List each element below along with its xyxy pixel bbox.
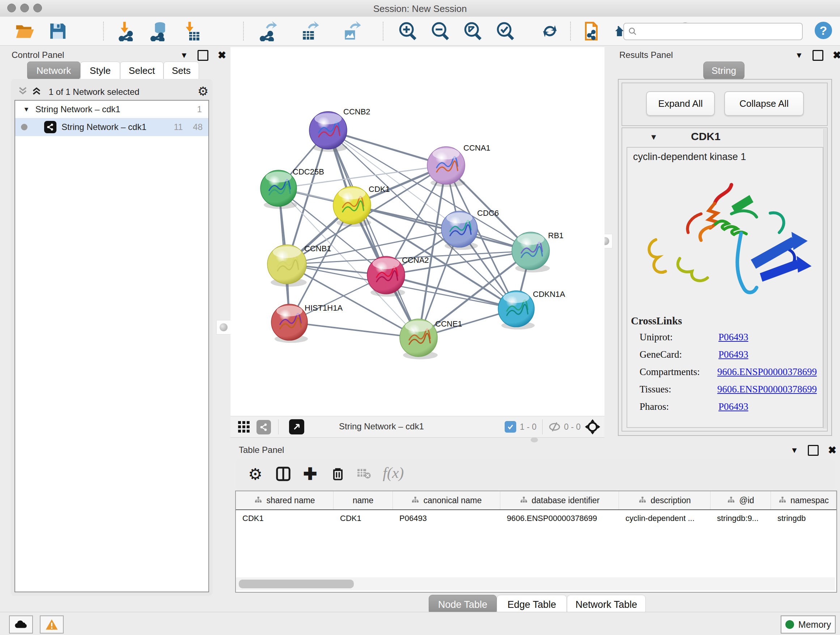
zoom-fit-button[interactable] <box>462 21 483 41</box>
results-scrollbar[interactable] <box>823 129 827 429</box>
zoom-in-button[interactable] <box>397 21 417 41</box>
collapse-panel-icon[interactable]: ▼ <box>180 51 188 60</box>
search-input[interactable] <box>641 27 802 36</box>
close-panel-icon[interactable]: ✖ <box>828 444 836 456</box>
open-view-in-window-icon[interactable] <box>289 419 304 434</box>
table-cell[interactable]: P06493 <box>393 510 500 527</box>
crosslink-link[interactable]: P06493 <box>718 332 748 343</box>
export-image-button[interactable] <box>341 21 362 41</box>
crosslink-link[interactable]: P06493 <box>718 401 748 412</box>
zoom-selected-button[interactable] <box>495 21 515 41</box>
delete-column-trash-icon[interactable] <box>330 466 346 481</box>
birds-eye-view-icon[interactable] <box>237 420 251 434</box>
tab-string[interactable]: String <box>703 62 745 80</box>
column-header--id[interactable]: @id <box>711 491 771 509</box>
table-settings-gear-icon[interactable]: ⚙ <box>248 465 262 483</box>
network-node-hist1h1a[interactable] <box>271 304 308 343</box>
table-header-row: shared namenamecanonical namedatabase id… <box>236 491 836 510</box>
help-button[interactable]: ? <box>815 22 832 39</box>
scrollbar-thumb[interactable] <box>239 580 354 588</box>
selected-checkbox-icon[interactable] <box>505 421 516 432</box>
table-cell[interactable]: CDK1 <box>236 510 333 527</box>
close-panel-icon[interactable]: ✖ <box>833 49 840 61</box>
zoom-out-button[interactable] <box>430 21 450 41</box>
table-row[interactable]: CDK1CDK1P064939606.ENSP00000378699cyclin… <box>236 510 836 527</box>
column-header-description[interactable]: description <box>619 491 711 509</box>
column-header-label: namespac <box>790 496 829 505</box>
tab-edge-table[interactable]: Edge Table <box>497 595 567 614</box>
column-header-name[interactable]: name <box>333 491 393 509</box>
column-header-database-identifier[interactable]: database identifier <box>500 491 619 509</box>
network-node-cdc6[interactable] <box>441 211 478 250</box>
network-node-ccne1[interactable] <box>400 319 438 359</box>
import-table-button[interactable] <box>182 21 202 41</box>
table-cell[interactable]: stringdb:9... <box>711 510 771 527</box>
tab-network-table[interactable]: Network Table <box>567 595 646 614</box>
import-database-button[interactable] <box>149 21 169 41</box>
network-node-ccnb1[interactable] <box>267 245 307 287</box>
left-splitter-handle[interactable] <box>216 320 231 334</box>
control-panel-title: Control Panel <box>11 50 64 60</box>
gene-collapse-icon[interactable]: ▼ <box>650 133 658 142</box>
fit-crosshair-icon[interactable] <box>584 418 601 435</box>
network-node-cdk1[interactable] <box>333 187 371 226</box>
delete-table-icon[interactable] <box>357 469 371 479</box>
table-cell[interactable]: cyclin-dependent ... <box>619 510 711 527</box>
control-panel: Control Panel ▼ ✖ Network Style Select S… <box>7 47 216 600</box>
float-panel-icon[interactable] <box>197 50 208 61</box>
memory-button[interactable]: Memory <box>781 616 836 633</box>
table-cell[interactable]: stringdb <box>771 510 836 527</box>
add-column-icon[interactable]: ✚ <box>303 464 317 484</box>
network-edge[interactable] <box>289 322 418 338</box>
tab-node-table[interactable]: Node Table <box>429 595 497 614</box>
refresh-button[interactable] <box>540 21 560 41</box>
share-network-icon[interactable] <box>256 420 271 434</box>
tab-network[interactable]: Network <box>27 62 80 80</box>
network-options-gear-icon[interactable]: ⚙ <box>197 84 208 98</box>
table-horizontal-scrollbar[interactable] <box>236 578 835 591</box>
crosslink-link[interactable]: P06493 <box>718 349 748 360</box>
hidden-eye-slash-icon[interactable] <box>548 420 561 433</box>
column-header-namespac[interactable]: namespac <box>771 491 836 509</box>
network-view-canvas[interactable]: CCNB2CCNA1CDC25BCDK1CDC6RB1CCNB1CCNA2CDK… <box>231 47 605 416</box>
close-panel-icon[interactable]: ✖ <box>218 49 226 61</box>
tab-sets[interactable]: Sets <box>164 62 199 80</box>
show-columns-icon[interactable] <box>275 466 292 482</box>
export-table-button[interactable] <box>300 21 320 41</box>
table-cell[interactable]: CDK1 <box>333 510 393 527</box>
network-node-cdc25b[interactable] <box>261 170 297 209</box>
warnings-button[interactable] <box>40 616 64 633</box>
window-title: Session: New Session <box>0 3 840 14</box>
function-builder-icon[interactable]: f(x) <box>383 464 404 481</box>
table-cell[interactable]: 9606.ENSP00000378699 <box>500 510 619 527</box>
float-panel-icon[interactable] <box>808 445 819 456</box>
cloud-button[interactable] <box>9 616 33 633</box>
network-row[interactable]: String Network – cdk1 11 48 <box>15 118 208 136</box>
expand-all-button[interactable]: Expand All <box>646 91 715 116</box>
document-network-button[interactable] <box>583 21 603 41</box>
collapse-panel-icon[interactable]: ▼ <box>795 51 803 60</box>
network-node-rb1[interactable] <box>512 232 550 272</box>
collapse-panel-icon[interactable]: ▼ <box>790 446 798 455</box>
node-label-ccne1: CCNE1 <box>435 319 462 328</box>
network-collection-row[interactable]: ▼ String Network – cdk1 1 <box>15 101 208 118</box>
save-session-button[interactable] <box>48 21 68 41</box>
crosslink-link[interactable]: 9606.ENSP00000378699 <box>717 384 817 395</box>
open-session-button[interactable] <box>14 21 35 41</box>
network-node-cdkn1a[interactable] <box>498 291 535 329</box>
export-network-button[interactable] <box>257 21 278 41</box>
column-header-canonical-name[interactable]: canonical name <box>393 491 500 509</box>
collapse-all-button[interactable]: Collapse All <box>724 91 804 116</box>
column-header-shared-name[interactable]: shared name <box>236 491 333 509</box>
network-node-ccna2[interactable] <box>367 256 405 296</box>
string-network-graph[interactable]: CCNB2CCNA1CDC25BCDK1CDC6RB1CCNB1CCNA2CDK… <box>231 47 605 416</box>
tab-style[interactable]: Style <box>80 62 120 80</box>
network-node-ccna1[interactable] <box>427 147 465 187</box>
tree-expand-icon[interactable]: ▼ <box>23 106 30 113</box>
search-field[interactable] <box>623 23 803 40</box>
import-network-button[interactable] <box>117 21 137 41</box>
float-panel-icon[interactable] <box>813 50 823 61</box>
network-node-ccnb2[interactable] <box>309 111 347 152</box>
crosslink-link[interactable]: 9606.ENSP00000378699 <box>717 366 817 378</box>
tab-select[interactable]: Select <box>120 62 164 80</box>
